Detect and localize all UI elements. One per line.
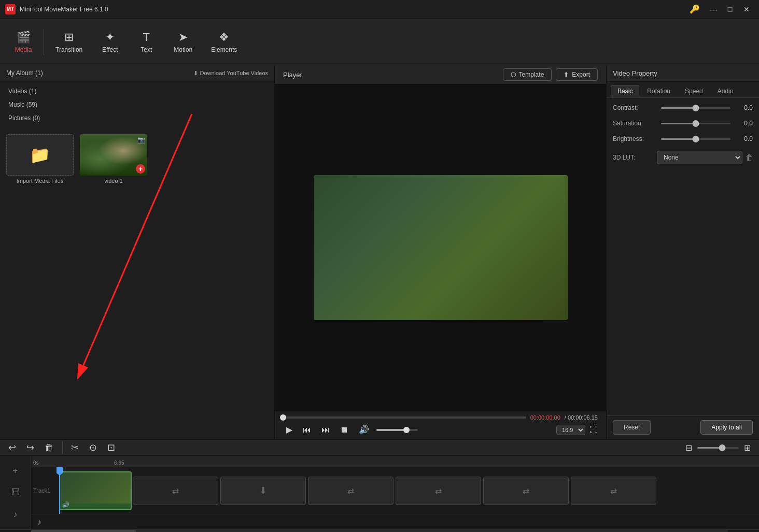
contrast-row: Contrast: 0.0	[613, 104, 753, 111]
stop-button[interactable]: ⏹	[337, 424, 352, 436]
effect-label: Effect	[102, 46, 118, 53]
transition-block-1[interactable]: ⇄	[133, 477, 218, 505]
album-tree: Videos (1) Music (59) Pictures (0)	[0, 81, 274, 128]
lut-select[interactable]: None	[657, 151, 742, 164]
import-media-thumb[interactable]: 📁	[6, 134, 74, 176]
tab-basic[interactable]: Basic	[611, 85, 639, 97]
split-button[interactable]: ✂	[69, 440, 81, 455]
template-label: Template	[519, 71, 544, 78]
music-track: ♪	[31, 514, 759, 529]
prev-frame-button[interactable]: ⏮	[300, 424, 314, 436]
fullscreen-button[interactable]: ⛶	[589, 425, 598, 435]
properties-panel: Video Property Basic Rotation Speed Audi…	[606, 65, 759, 439]
transition-icon-5: ⇄	[523, 486, 529, 496]
contrast-slider[interactable]	[661, 107, 730, 109]
timeline-content: + 🎞 ♪ 0s 6.65 Track1 🔊	[0, 456, 759, 529]
zoom-in-button[interactable]: ⊞	[742, 441, 753, 455]
brightness-thumb	[693, 136, 699, 142]
zoom-slider[interactable]	[697, 447, 739, 449]
maximize-button[interactable]: □	[723, 4, 737, 15]
tree-item-music[interactable]: Music (59)	[0, 98, 274, 111]
brightness-slider[interactable]	[661, 138, 730, 140]
export-button[interactable]: ⬆ Export	[556, 68, 598, 81]
transition-download-icon: ⬇	[259, 485, 267, 496]
undo-button[interactable]: ↩	[6, 440, 18, 455]
scrollbar-track	[31, 530, 728, 532]
import-media-item[interactable]: 📁 Import Media Files	[6, 134, 74, 184]
property-actions: Reset Apply to all	[607, 415, 759, 439]
reset-button[interactable]: Reset	[613, 420, 651, 435]
video-media-item[interactable]: 📷 + video 1	[80, 134, 147, 184]
video-clip[interactable]: 🔊	[59, 471, 132, 510]
add-track-button[interactable]: +	[2, 466, 29, 476]
playhead	[59, 467, 60, 514]
toolbar-item-transition[interactable]: ⊞ Transition	[46, 26, 92, 57]
motion-icon: ➤	[178, 31, 188, 44]
app-title: MiniTool MovieMaker Free 6.1.0	[20, 6, 690, 13]
detach-audio-button[interactable]: ⊙	[87, 440, 99, 455]
music-note-icon: ♪	[37, 517, 41, 527]
saturation-label: Saturation:	[613, 120, 657, 127]
volume-slider[interactable]	[376, 429, 418, 431]
saturation-row: Saturation: 0.0	[613, 120, 753, 127]
tree-item-pictures[interactable]: Pictures (0)	[0, 111, 274, 125]
download-label: Download YouTube Videos	[200, 70, 269, 76]
video-player[interactable]	[314, 175, 568, 320]
play-button[interactable]: ▶	[283, 424, 296, 436]
album-header: My Album (1) ⬇ Download YouTube Videos	[0, 65, 274, 81]
transition-block-3[interactable]: ⇄	[308, 477, 393, 505]
app-icon: MT	[5, 4, 16, 15]
minimize-button[interactable]: —	[706, 4, 721, 15]
redo-button[interactable]: ↪	[24, 440, 36, 455]
apply-to-all-button[interactable]: Apply to all	[700, 420, 753, 435]
contrast-fill	[661, 107, 696, 109]
toolbar-item-text[interactable]: T Text	[128, 26, 164, 57]
toolbar-item-effect[interactable]: ✦ Effect	[92, 26, 128, 57]
tab-audio[interactable]: Audio	[711, 85, 740, 97]
zoom-out-button[interactable]: ⊟	[683, 441, 694, 455]
saturation-value: 0.0	[735, 120, 753, 127]
crop-button[interactable]: ⊡	[105, 440, 117, 455]
toolbar-item-motion[interactable]: ➤ Motion	[164, 26, 202, 57]
aspect-ratio-select[interactable]: 16:9 4:3 1:1	[556, 425, 585, 435]
tree-item-videos[interactable]: Videos (1)	[0, 84, 274, 98]
brightness-fill	[661, 138, 696, 140]
transition-block-5[interactable]: ⇄	[483, 477, 569, 505]
contrast-value: 0.0	[735, 104, 753, 111]
tab-speed[interactable]: Speed	[678, 85, 710, 97]
key-icon: 🔑	[690, 4, 700, 14]
video-media-thumb[interactable]: 📷 +	[80, 134, 147, 176]
lut-delete-button[interactable]: 🗑	[746, 153, 753, 162]
toolbar-item-media[interactable]: 🎬 Media	[5, 26, 41, 57]
elements-icon: ❖	[219, 31, 229, 44]
close-button[interactable]: ✕	[739, 4, 754, 15]
saturation-thumb	[693, 120, 699, 127]
transition-block-2[interactable]: ⬇	[220, 477, 306, 505]
horizontal-scrollbar[interactable]	[0, 529, 759, 532]
ruler-mark-665: 6.65	[114, 460, 124, 466]
transition-block-6[interactable]: ⇄	[571, 477, 656, 505]
properties-body: Contrast: 0.0 Saturation: 0.0	[607, 98, 759, 415]
export-label: Export	[572, 71, 590, 78]
brightness-value: 0.0	[735, 135, 753, 142]
progress-track[interactable]	[283, 416, 526, 419]
timeline-tracks: 0s 6.65 Track1 🔊 ⇄	[31, 456, 759, 529]
download-youtube-button[interactable]: ⬇ Download YouTube Videos	[193, 70, 269, 77]
saturation-slider[interactable]	[661, 123, 730, 124]
transition-block-4[interactable]: ⇄	[396, 477, 481, 505]
lut-row: 3D LUT: None 🗑	[613, 151, 753, 164]
property-tabs: Basic Rotation Speed Audio	[607, 82, 759, 98]
contrast-thumb	[693, 105, 699, 111]
add-to-timeline-button[interactable]: +	[136, 164, 145, 174]
toolbar-item-elements[interactable]: ❖ Elements	[202, 26, 246, 57]
tab-rotation[interactable]: Rotation	[640, 85, 677, 97]
main-content: My Album (1) ⬇ Download YouTube Videos V…	[0, 65, 759, 439]
delete-button[interactable]: 🗑	[43, 440, 56, 455]
next-frame-button[interactable]: ⏭	[318, 424, 333, 436]
player-label: Player	[283, 71, 302, 79]
titlebar: MT MiniTool MovieMaker Free 6.1.0 🔑 — □ …	[0, 0, 759, 19]
volume-button[interactable]: 🔊	[356, 424, 372, 436]
clip-thumbnail	[60, 472, 131, 504]
template-button[interactable]: ⬡ Template	[503, 68, 552, 81]
main-toolbar: 🎬 Media ⊞ Transition ✦ Effect T Text ➤ M…	[0, 19, 759, 65]
